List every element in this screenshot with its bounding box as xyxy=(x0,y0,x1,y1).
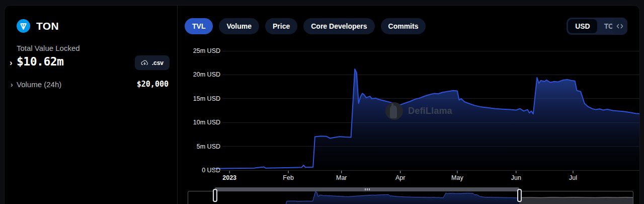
token-sidebar: TON Total Value Locked › $10.62m .csv › … xyxy=(5,6,178,204)
x-tick-label: Feb xyxy=(283,174,294,181)
tvl-value: $10.62m xyxy=(17,55,63,68)
y-tick-label: 20m USD xyxy=(193,71,220,78)
csv-button-label: .csv xyxy=(152,59,164,66)
x-tick-label: May xyxy=(451,174,463,181)
chart-panel: TVL Volume Price Core Developers Commits… xyxy=(178,6,640,204)
y-tick-label: 5m USD xyxy=(197,143,220,150)
x-tick-label: Mar xyxy=(336,174,347,181)
expand-volume-chevron-icon: › xyxy=(11,81,13,89)
x-tick-label: Jun xyxy=(511,174,521,181)
brush-move-handle[interactable] xyxy=(215,187,519,191)
y-tick-label: 15m USD xyxy=(193,95,220,102)
y-tick-label: 10m USD xyxy=(193,119,220,126)
tvl-row: › $10.62m .csv xyxy=(5,55,178,72)
volume-label: Volume (24h) xyxy=(17,80,61,89)
ton-logo-icon xyxy=(17,19,30,33)
x-tick-label: 2023 xyxy=(222,174,236,181)
volume-value: $20,000 xyxy=(137,80,169,89)
token-name: TON xyxy=(36,20,59,32)
token-page-card: TON Total Value Locked › $10.62m .csv › … xyxy=(4,5,640,204)
y-tick-label: 25m USD xyxy=(193,47,220,54)
expand-tvl-chevron-icon[interactable]: › xyxy=(10,58,13,68)
brush-left-handle[interactable] xyxy=(213,189,217,202)
tvl-label: Total Value Locked xyxy=(17,44,80,52)
volume-row[interactable]: › Volume (24h) $20,000 xyxy=(5,79,178,91)
brush-right-handle[interactable] xyxy=(517,189,522,202)
x-tick-label: Apr xyxy=(395,174,405,181)
download-cloud-icon xyxy=(141,59,148,66)
x-tick-label: Jul xyxy=(569,174,577,181)
brush-track[interactable] xyxy=(188,191,633,204)
token-header: TON xyxy=(17,19,59,33)
tvl-chart[interactable]: 0 USD5m USD10m USD15m USD20m USD25m USD … xyxy=(178,6,640,204)
download-csv-button[interactable]: .csv xyxy=(135,55,170,70)
